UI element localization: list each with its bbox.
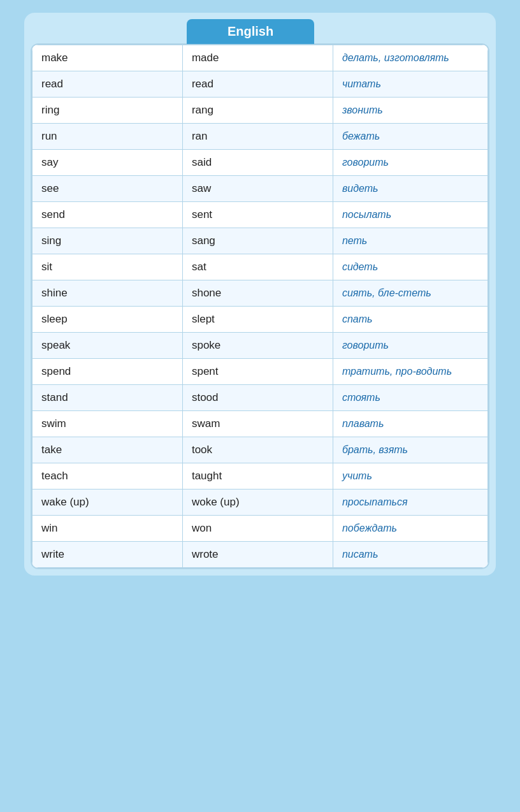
russian-translation: учить: [333, 463, 487, 489]
english-word: sleep: [32, 307, 183, 333]
table-row: sendsentпосылать: [32, 202, 488, 228]
page-container: English makemadeделать, изготовлятьreadr…: [24, 13, 496, 576]
table-row: makemadeделать, изготовлять: [32, 45, 488, 71]
table-row: standstoodстоять: [32, 385, 488, 411]
past-tense-word: saw: [182, 176, 333, 202]
table-row: singsangпеть: [32, 228, 488, 254]
past-tense-word: swam: [182, 411, 333, 437]
past-tense-word: made: [182, 45, 333, 71]
past-tense-word: sent: [182, 202, 333, 228]
past-tense-word: rang: [182, 98, 333, 124]
russian-translation: петь: [333, 228, 487, 254]
page-header: English: [187, 19, 314, 44]
past-tense-word: won: [182, 516, 333, 542]
table-row: wake (up)woke (up)просыпаться: [32, 489, 488, 516]
past-tense-word: ran: [182, 124, 333, 150]
header-title: English: [227, 24, 273, 38]
past-tense-word: slept: [182, 307, 333, 333]
russian-translation: тратить, про-водить: [333, 359, 487, 385]
russian-translation: писать: [333, 542, 487, 568]
table-row: ringrangзвонить: [32, 98, 488, 124]
russian-translation: сиять, бле-стеть: [333, 280, 487, 307]
english-word: speak: [32, 333, 183, 359]
russian-translation: брать, взять: [333, 437, 487, 463]
table-row: saysaidговорить: [32, 150, 488, 176]
past-tense-word: sat: [182, 254, 333, 280]
english-word: make: [32, 45, 183, 71]
header-wrapper: English: [31, 19, 489, 44]
russian-translation: спать: [333, 307, 487, 333]
past-tense-word: said: [182, 150, 333, 176]
table-row: sleepsleptспать: [32, 307, 488, 333]
russian-translation: побеждать: [333, 516, 487, 542]
table-row: taketookбрать, взять: [32, 437, 488, 463]
past-tense-word: shone: [182, 280, 333, 307]
table-row: swimswamплавать: [32, 411, 488, 437]
past-tense-word: woke (up): [182, 489, 333, 516]
past-tense-word: stood: [182, 385, 333, 411]
russian-translation: видеть: [333, 176, 487, 202]
english-word: run: [32, 124, 183, 150]
russian-translation: сидеть: [333, 254, 487, 280]
main-card: makemadeделать, изготовлятьreadreadчитат…: [31, 43, 489, 569]
table-row: readreadчитать: [32, 71, 488, 98]
table-row: seesawвидеть: [32, 176, 488, 202]
english-word: sing: [32, 228, 183, 254]
english-word: sit: [32, 254, 183, 280]
russian-translation: читать: [333, 71, 487, 98]
table-row: speakspokeговорить: [32, 333, 488, 359]
past-tense-word: taught: [182, 463, 333, 489]
english-word: stand: [32, 385, 183, 411]
english-word: ring: [32, 98, 183, 124]
english-word: win: [32, 516, 183, 542]
english-word: write: [32, 542, 183, 568]
russian-translation: делать, изготовлять: [333, 45, 487, 71]
russian-translation: плавать: [333, 411, 487, 437]
past-tense-word: sang: [182, 228, 333, 254]
english-word: see: [32, 176, 183, 202]
russian-translation: говорить: [333, 150, 487, 176]
table-row: writewroteписать: [32, 542, 488, 568]
table-row: spendspentтратить, про-водить: [32, 359, 488, 385]
russian-translation: посылать: [333, 202, 487, 228]
russian-translation: просыпаться: [333, 489, 487, 516]
table-row: sitsatсидеть: [32, 254, 488, 280]
english-word: swim: [32, 411, 183, 437]
table-row: runranбежать: [32, 124, 488, 150]
table-row: teachtaughtучить: [32, 463, 488, 489]
english-word: teach: [32, 463, 183, 489]
english-word: say: [32, 150, 183, 176]
english-word: read: [32, 71, 183, 98]
russian-translation: звонить: [333, 98, 487, 124]
english-word: send: [32, 202, 183, 228]
past-tense-word: read: [182, 71, 333, 98]
russian-translation: бежать: [333, 124, 487, 150]
english-word: shine: [32, 280, 183, 307]
english-word: wake (up): [32, 489, 183, 516]
past-tense-word: spent: [182, 359, 333, 385]
past-tense-word: took: [182, 437, 333, 463]
english-word: spend: [32, 359, 183, 385]
russian-translation: говорить: [333, 333, 487, 359]
past-tense-word: spoke: [182, 333, 333, 359]
table-row: shineshoneсиять, бле-стеть: [32, 280, 488, 307]
past-tense-word: wrote: [182, 542, 333, 568]
table-row: winwonпобеждать: [32, 516, 488, 542]
vocabulary-table: makemadeделать, изготовлятьreadreadчитат…: [32, 45, 488, 568]
english-word: take: [32, 437, 183, 463]
russian-translation: стоять: [333, 385, 487, 411]
